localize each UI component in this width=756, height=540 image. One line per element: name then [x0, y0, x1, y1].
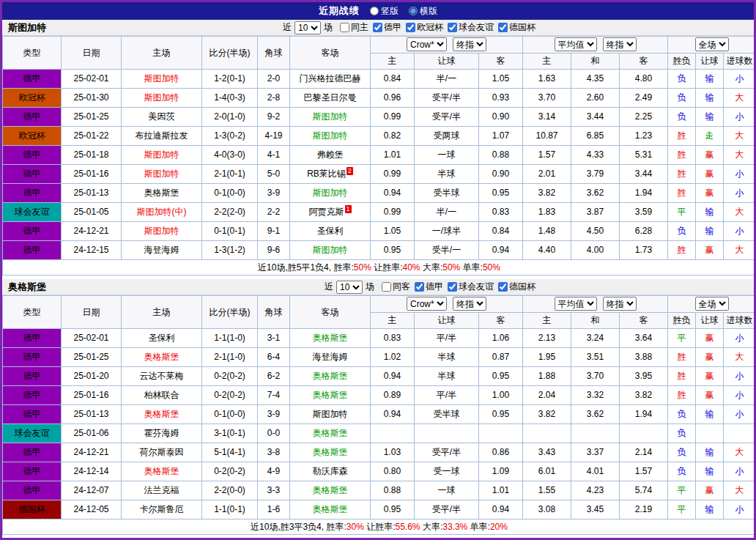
home-team-link[interactable]: 斯图加特(中): [137, 207, 187, 217]
away-team-link[interactable]: RB莱比锡: [307, 169, 346, 179]
home-team-link[interactable]: 斯图加特: [144, 92, 179, 103]
away-team-link[interactable]: 巴黎圣日尔曼: [304, 92, 357, 103]
handicap-final-select[interactable]: 终指: [453, 37, 486, 51]
home-team-link[interactable]: 卡尔斯鲁厄: [140, 504, 184, 514]
team-section: 斯图加特 近 10 场 同主德甲欧冠杯球会友谊德国杯 类型 日期 主场 比分: [2, 20, 754, 275]
bookmaker-select[interactable]: Crow*: [407, 37, 447, 51]
away-team-link[interactable]: 斯图加特: [313, 409, 348, 419]
away-team-link[interactable]: 门兴格拉德巴赫: [300, 73, 361, 84]
filter-checkbox-input[interactable]: [415, 282, 424, 292]
avg-home-cell: 1.55: [523, 481, 571, 500]
handicap-final-select[interactable]: 终指: [453, 297, 486, 311]
handicap-away-odds-cell: 0.90: [479, 108, 523, 127]
handicap-home-odds-cell: 0.94: [371, 405, 415, 424]
average-final-select[interactable]: 终指: [603, 37, 637, 51]
away-team-link[interactable]: 奥格斯堡: [313, 428, 348, 438]
filter-checkbox-同主[interactable]: 同主: [340, 21, 368, 34]
home-team-link[interactable]: 海登海姆: [144, 245, 179, 255]
match-row: 球会友谊 25-01-05 斯图加特(中) 2-2(2-0) 2-2 阿贾克斯1…: [3, 203, 756, 222]
filter-checkbox-球会友谊[interactable]: 球会友谊: [448, 21, 494, 34]
away-team-link[interactable]: 斯图加特: [313, 111, 348, 122]
filter-checkbox-input[interactable]: [340, 23, 349, 32]
home-team-link[interactable]: 柏林联合: [144, 390, 179, 400]
home-team-link[interactable]: 圣保利: [149, 333, 175, 343]
home-team-link[interactable]: 斯图加特: [144, 73, 179, 84]
filter-checkbox-input[interactable]: [373, 23, 382, 32]
date-cell: 25-01-13: [62, 184, 122, 203]
filter-checkbox-德甲[interactable]: 德甲: [415, 281, 443, 293]
scope-select[interactable]: 全场: [695, 37, 729, 51]
corner-cell: 3-3: [258, 481, 290, 500]
away-team-link[interactable]: 斯图加特: [313, 188, 348, 198]
handicap-result-cell: 赢: [696, 386, 724, 405]
filter-checkbox-input[interactable]: [448, 282, 457, 292]
home-team-link[interactable]: 布拉迪斯拉发: [136, 130, 188, 141]
match-row: 球会友谊 25-01-06 霍芬海姆 3-1(0-1) 0-0 奥格斯堡 负: [3, 424, 756, 443]
filter-checkbox-球会友谊[interactable]: 球会友谊: [448, 281, 494, 293]
vertical-view-radio[interactable]: [370, 7, 379, 15]
avg-home-cell: 1.83: [523, 203, 571, 222]
avg-home-cell: 1.63: [523, 70, 571, 89]
red-card-badge: 2: [346, 167, 353, 175]
filter-checkbox-input[interactable]: [498, 282, 508, 292]
home-team-link[interactable]: 云达不莱梅: [140, 371, 184, 381]
handicap-away-odds-cell: 0.83: [479, 203, 523, 222]
away-team-link[interactable]: 弗赖堡: [317, 149, 344, 160]
filter-checkbox-德国杯[interactable]: 德国杯: [498, 281, 536, 293]
home-team-link[interactable]: 奥格斯堡: [144, 352, 179, 362]
home-team-link[interactable]: 斯图加特: [144, 169, 179, 179]
away-team-link[interactable]: 勒沃库森: [313, 466, 348, 476]
home-team-link[interactable]: 法兰克福: [144, 485, 179, 495]
home-team-link[interactable]: 奥格斯堡: [144, 466, 179, 476]
view-option-horizontal[interactable]: 横版: [409, 5, 437, 18]
away-cell: 奥格斯堡: [290, 443, 371, 462]
filter-checkbox-德甲[interactable]: 德甲: [373, 21, 401, 34]
horizontal-view-radio[interactable]: [409, 7, 418, 15]
filter-checkbox-input[interactable]: [382, 282, 391, 292]
league-filter-checkboxes: 同主德甲欧冠杯球会友谊德国杯: [336, 21, 536, 34]
away-team-link[interactable]: 奥格斯堡: [313, 390, 348, 400]
filter-checkbox-input[interactable]: [406, 23, 415, 32]
home-team-link[interactable]: 荷尔斯泰因: [140, 447, 184, 457]
filter-checkbox-input[interactable]: [448, 23, 457, 32]
filter-checkbox-德国杯[interactable]: 德国杯: [498, 21, 536, 34]
avg-home-cell: 3.43: [523, 443, 571, 462]
away-team-link[interactable]: 阿贾克斯: [309, 207, 344, 217]
handicap-line-cell: 受平/半: [415, 500, 479, 519]
recent-count-select[interactable]: 10: [336, 281, 363, 294]
home-team-link[interactable]: 斯图加特: [144, 149, 179, 160]
home-team-link[interactable]: 霍芬海姆: [144, 428, 179, 438]
away-team-link[interactable]: 奥格斯堡: [313, 504, 348, 514]
bookmaker-select[interactable]: Crow*: [407, 297, 447, 311]
view-option-vertical[interactable]: 竖版: [370, 5, 399, 18]
away-team-link[interactable]: 奥格斯堡: [313, 447, 348, 457]
away-team-link[interactable]: 海登海姆: [313, 352, 348, 362]
handicap-result-cell: 赢: [696, 241, 724, 260]
average-select[interactable]: 平均值: [555, 297, 597, 311]
filter-checkbox-label: 德国杯: [509, 21, 536, 34]
col-handicap-result: 让球: [696, 53, 724, 70]
home-team-link[interactable]: 奥格斯堡: [144, 188, 179, 198]
home-team-link[interactable]: 美因茨: [149, 111, 175, 122]
average-final-select[interactable]: 终指: [603, 297, 637, 311]
handicap-odds-header: Crow*终指: [371, 296, 523, 313]
filter-checkbox-欧冠杯[interactable]: 欧冠杯: [406, 21, 443, 34]
match-row: 德甲 25-01-13 奥格斯堡 0-1(0-0) 3-9 斯图加特 0.94 …: [3, 184, 756, 203]
section-header: 斯图加特 近 10 场 同主德甲欧冠杯球会友谊德国杯: [2, 20, 754, 36]
filter-checkbox-同客[interactable]: 同客: [382, 281, 410, 293]
average-select[interactable]: 平均值: [555, 37, 597, 51]
away-team-link[interactable]: 奥格斯堡: [313, 371, 348, 381]
away-team-link[interactable]: 奥格斯堡: [313, 485, 348, 495]
away-team-link[interactable]: 斯图加特: [313, 245, 348, 255]
match-row: 德甲 25-01-25 奥格斯堡 2-1(1-0) 6-4 海登海姆 1.02 …: [3, 348, 756, 367]
scope-select[interactable]: 全场: [695, 297, 729, 311]
home-team-link[interactable]: 奥格斯堡: [144, 409, 179, 419]
away-team-link[interactable]: 圣保利: [317, 226, 344, 236]
topbar: 近期战绩 竖版 横版: [2, 2, 754, 20]
recent-count-select[interactable]: 10: [294, 21, 321, 34]
filter-checkbox-input[interactable]: [498, 23, 508, 32]
away-team-link[interactable]: 斯图加特: [313, 130, 348, 141]
away-team-link[interactable]: 奥格斯堡: [313, 333, 348, 343]
home-team-link[interactable]: 斯图加特: [144, 226, 179, 236]
avg-home-cell: 1.95: [523, 348, 571, 367]
